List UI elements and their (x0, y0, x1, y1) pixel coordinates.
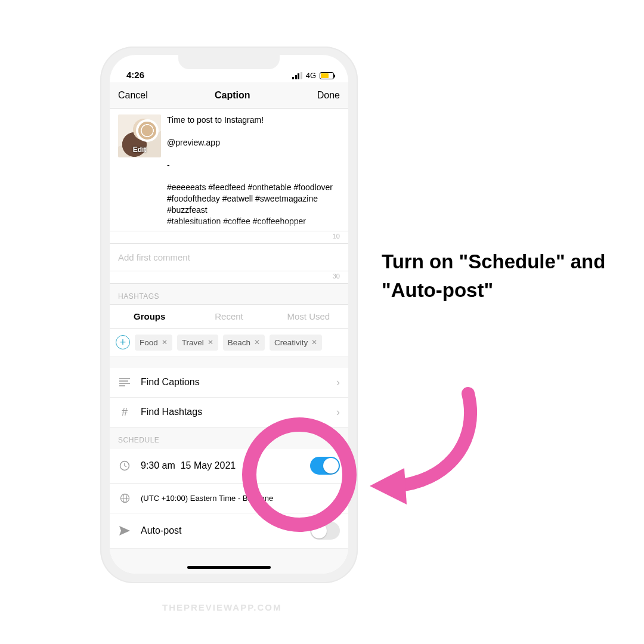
hashtag-chip[interactable]: Beach✕ (223, 335, 265, 351)
schedule-time: 9:30 am 15 May 2021 (141, 460, 236, 471)
globe-icon (118, 493, 131, 503)
chip-remove-icon[interactable]: ✕ (311, 338, 317, 346)
chip-remove-icon[interactable]: ✕ (162, 338, 168, 346)
add-hashtag-group-button[interactable]: + (116, 335, 130, 349)
caption-counter: 10 (110, 231, 348, 244)
caption-block: Edit Time to post to Instagram! @preview… (110, 109, 348, 231)
tab-most-used[interactable]: Most Used (269, 305, 348, 328)
clock-icon (118, 460, 131, 471)
chip-label: Beach (228, 338, 250, 347)
home-indicator (187, 566, 271, 569)
post-thumbnail[interactable]: Edit (118, 114, 161, 157)
first-comment-input[interactable]: Add first comment (110, 244, 348, 271)
annotation-text: Turn on "Schedule" and "Auto-post" (382, 247, 620, 305)
signal-icon (292, 72, 302, 79)
tab-recent[interactable]: Recent (189, 305, 268, 328)
svg-marker-8 (119, 526, 130, 535)
chip-label: Travel (182, 338, 204, 347)
find-hashtags-label: Find Hashtags (141, 407, 202, 417)
annotation-arrow (358, 382, 489, 513)
hashtag-chip[interactable]: Travel✕ (177, 335, 218, 351)
chip-remove-icon[interactable]: ✕ (208, 338, 213, 346)
first-comment-counter: 30 (110, 271, 348, 284)
find-captions-label: Find Captions (141, 377, 200, 388)
hashtag-chips-row: + Food✕ Travel✕ Beach✕ Creativity✕ (110, 329, 348, 357)
annotation-circle (242, 417, 357, 532)
phone-notch (178, 55, 280, 69)
chip-label: Food (140, 338, 158, 347)
battery-icon (320, 72, 334, 79)
hashtag-icon: # (118, 406, 131, 419)
network-label: 4G (306, 71, 316, 80)
navbar: Cancel Caption Done (110, 82, 348, 109)
send-icon (118, 526, 131, 535)
tab-groups[interactable]: Groups (110, 305, 189, 328)
chip-remove-icon[interactable]: ✕ (254, 338, 260, 346)
chevron-right-icon: › (336, 406, 340, 419)
status-right: 4G (292, 71, 334, 80)
find-captions-row[interactable]: Find Captions › (110, 368, 348, 398)
hashtag-tabs: Groups Recent Most Used (110, 304, 348, 329)
hashtags-header: HASHTAGS (110, 284, 348, 304)
autopost-label: Auto-post (141, 525, 181, 536)
thumbnail-edit-label: Edit (118, 145, 161, 154)
caption-textarea[interactable]: Time to post to Instagram! @preview.app … (167, 114, 340, 227)
chip-label: Creativity (274, 338, 308, 347)
page-title: Caption (215, 90, 250, 101)
watermark: THEPREVIEWAPP.COM (162, 602, 281, 612)
done-button[interactable]: Done (317, 90, 340, 101)
plus-icon: + (120, 337, 126, 348)
lines-icon (118, 378, 131, 386)
hashtag-chip[interactable]: Food✕ (135, 335, 172, 351)
status-time: 4:26 (126, 70, 144, 80)
hashtag-chip[interactable]: Creativity✕ (270, 335, 322, 351)
cancel-button[interactable]: Cancel (118, 90, 148, 101)
chevron-right-icon: › (336, 376, 340, 389)
svg-marker-9 (370, 468, 407, 504)
